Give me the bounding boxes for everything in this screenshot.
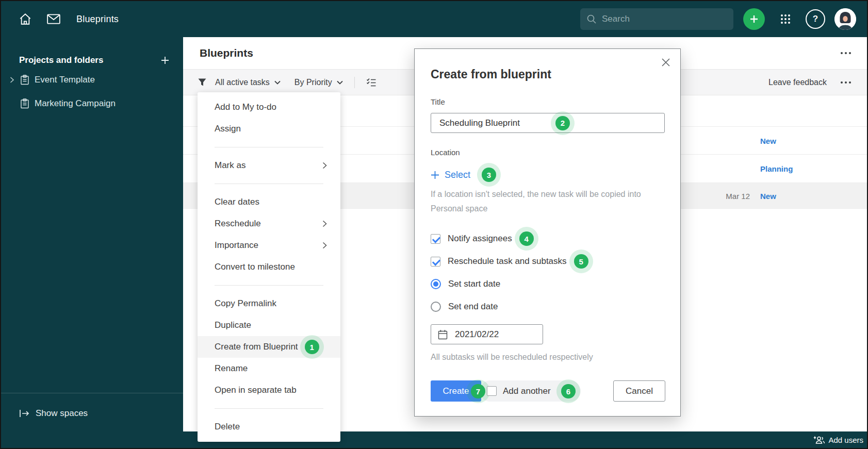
page-title: Blueprints (200, 47, 253, 59)
create-new-button[interactable] (743, 8, 765, 30)
calendar-icon (438, 329, 448, 340)
home-icon[interactable] (19, 12, 32, 26)
menu-item-assign[interactable]: Assign (198, 118, 340, 140)
show-spaces-label: Show spaces (36, 408, 88, 419)
show-spaces-button[interactable]: Show spaces (19, 404, 88, 423)
search-input[interactable] (602, 14, 727, 24)
sidebar-header: Projects and folders (19, 53, 170, 68)
menu-item-label: Open in separate tab (215, 385, 297, 395)
menu-item-label: Rename (215, 363, 248, 374)
chevron-down-icon (274, 80, 281, 85)
row-status[interactable]: New (760, 136, 776, 145)
menu-item-convert-to-milestone[interactable]: Convert to milestone (198, 256, 340, 278)
select-location-button[interactable]: Select 3 (431, 168, 496, 182)
menu-item-label: Convert to milestone (215, 262, 295, 272)
create-from-blueprint-dialog: Create from blueprint Title 2 Location S… (414, 48, 681, 417)
sort-dropdown[interactable]: By Priority (294, 78, 343, 87)
checkbox-checked-icon[interactable] (431, 234, 440, 244)
set-start-date-option[interactable]: Set start date (431, 273, 588, 295)
sidebar-divider (1, 393, 183, 393)
checkbox-icon[interactable] (487, 386, 497, 396)
checkbox-checked-icon[interactable] (431, 257, 440, 267)
add-users-label[interactable]: Add users (828, 436, 863, 444)
select-location-label: Select (445, 170, 470, 180)
row-status[interactable]: New (760, 191, 776, 200)
menu-item-reschedule[interactable]: Reschedule (198, 213, 340, 235)
title-input[interactable] (431, 113, 665, 133)
set-start-date-label: Set start date (448, 279, 500, 289)
menu-item-label: Mark as (215, 160, 245, 171)
top-bar: Blueprints ? (1, 1, 867, 37)
dialog-title: Create from blueprint (431, 68, 551, 81)
add-another-option[interactable]: Add another (487, 380, 551, 402)
step-badge-5: 5 (574, 254, 588, 269)
leave-feedback-link[interactable]: Leave feedback (768, 78, 827, 87)
step-badge-2: 2 (555, 116, 570, 130)
context-menu: Add to My to-do Assign Mark as Clear dat… (198, 92, 340, 442)
menu-item-clear-dates[interactable]: Clear dates (198, 191, 340, 213)
more-icon[interactable] (841, 52, 851, 54)
menu-item-open-in-separate-tab[interactable]: Open in separate tab (198, 379, 340, 401)
avatar[interactable] (834, 8, 856, 30)
add-users-icon (813, 435, 825, 444)
menu-divider (215, 184, 323, 184)
more-icon[interactable] (841, 81, 851, 84)
step-badge-1: 1 (305, 340, 319, 354)
menu-item-add-to-my-todo[interactable]: Add to My to-do (198, 96, 340, 118)
filter-funnel-icon[interactable] (198, 78, 207, 87)
menu-item-duplicate[interactable]: Duplicate (198, 314, 340, 336)
add-another-label: Add another (503, 386, 551, 396)
menu-item-create-from-blueprint[interactable]: Create from Blueprint 1 (198, 336, 340, 358)
row-status[interactable]: Planning (760, 164, 793, 173)
menu-item-mark-as[interactable]: Mark as (198, 155, 340, 176)
sort-dropdown-label: By Priority (294, 78, 332, 87)
date-field[interactable] (431, 324, 543, 344)
chevron-down-icon (337, 80, 343, 85)
radio-icon[interactable] (431, 302, 441, 312)
filter-dropdown-label: All active tasks (215, 78, 270, 87)
menu-item-copy-permalink[interactable]: Copy Permalink (198, 293, 340, 314)
menu-item-label: Duplicate (215, 320, 251, 330)
divider (354, 77, 355, 88)
set-end-date-option[interactable]: Set end date (431, 295, 588, 318)
chevron-right-icon (322, 242, 327, 249)
menu-item-label: Create from Blueprint (215, 342, 298, 352)
add-project-button[interactable] (160, 56, 170, 65)
menu-divider (215, 408, 323, 409)
filter-dropdown[interactable]: All active tasks (215, 78, 281, 87)
row-date: Mar 12 (716, 191, 750, 200)
menu-item-label: Add to My to-do (215, 102, 276, 112)
sidebar: Projects and folders Event Template Mark… (1, 37, 183, 448)
step-badge-4: 4 (519, 231, 534, 246)
folder-blueprint-icon (20, 75, 29, 85)
notify-assignees-option[interactable]: Notify assignees 4 (431, 227, 588, 250)
menu-item-importance[interactable]: Importance (198, 235, 340, 256)
folder-blueprint-icon (20, 98, 29, 109)
sidebar-item-label: Marketing Campaign (35, 98, 116, 109)
plus-icon (160, 56, 170, 65)
sidebar-item-label: Event Template (35, 75, 95, 85)
menu-item-label: Clear dates (215, 197, 259, 207)
menu-item-label: Copy Permalink (215, 298, 276, 309)
chevron-right-icon[interactable] (8, 76, 16, 84)
plus-icon (431, 171, 439, 179)
apps-grid-icon[interactable] (775, 8, 796, 30)
chevron-right-icon (322, 162, 327, 169)
notify-assignees-label: Notify assignees (448, 234, 512, 244)
chevron-right-icon (322, 220, 327, 227)
menu-item-rename[interactable]: Rename (198, 358, 340, 379)
menu-item-delete[interactable]: Delete (198, 416, 340, 438)
location-field-label: Location (431, 148, 460, 157)
search-box[interactable] (580, 8, 733, 30)
sidebar-item-event-template[interactable]: Event Template (1, 69, 183, 91)
sidebar-item-marketing-campaign[interactable]: Marketing Campaign (1, 92, 183, 115)
help-icon[interactable]: ? (806, 9, 825, 29)
close-icon[interactable] (660, 56, 672, 69)
reschedule-option[interactable]: Reschedule task and subtasks 5 (431, 250, 588, 273)
inbox-icon[interactable] (46, 13, 61, 25)
menu-item-label: Delete (215, 422, 240, 432)
fields-checklist-icon[interactable] (366, 78, 376, 87)
radio-selected-icon[interactable] (431, 279, 441, 289)
menu-divider (215, 147, 323, 147)
cancel-button[interactable]: Cancel (613, 380, 665, 402)
